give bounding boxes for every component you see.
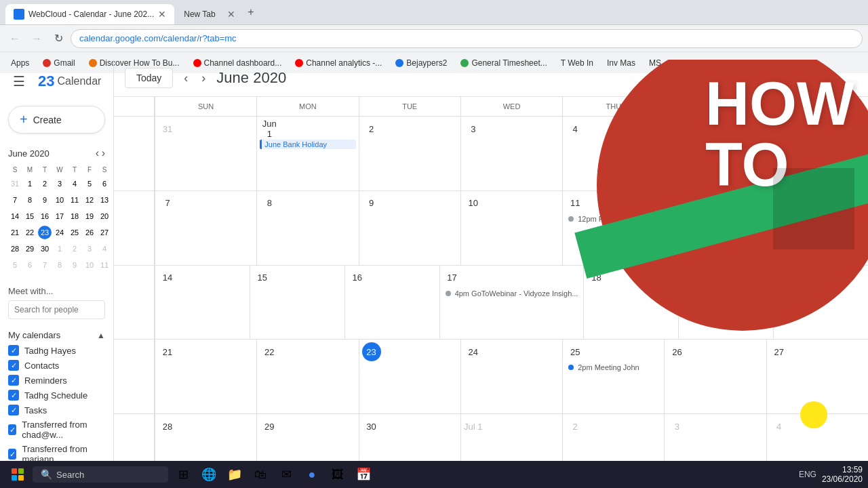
- tab-close-new[interactable]: ✕: [227, 9, 235, 20]
- reload-button[interactable]: ↻: [49, 29, 68, 48]
- mini-day[interactable]: 24: [53, 226, 66, 239]
- mini-day[interactable]: 29: [23, 242, 37, 256]
- day-cell-jun10[interactable]: 10: [460, 191, 562, 265]
- create-button[interactable]: + Create: [8, 106, 105, 134]
- day-cell-jun13[interactable]: 13: [766, 191, 868, 265]
- calendar-item-tasks[interactable]: ✓ Tasks: [8, 403, 105, 418]
- mini-day-today[interactable]: 23: [38, 226, 52, 239]
- day-cell-jun21[interactable]: 21: [155, 340, 256, 413]
- mini-day[interactable]: 3: [83, 242, 96, 256]
- my-calendars-toggle[interactable]: ▲: [97, 331, 105, 340]
- taskbar-mail[interactable]: ✉: [274, 462, 298, 487]
- taskbar-store[interactable]: 🛍: [248, 462, 273, 487]
- calendar-item-transferred-chad[interactable]: ✓ Transferred from chad@w...: [8, 418, 105, 442]
- forward-button[interactable]: →: [27, 29, 46, 48]
- mini-day[interactable]: 5: [83, 177, 96, 190]
- day-cell-jun12[interactable]: 12: [664, 191, 766, 265]
- mini-day[interactable]: 5: [8, 258, 22, 272]
- mini-day[interactable]: 21: [8, 226, 22, 239]
- mini-day[interactable]: 8: [53, 258, 66, 272]
- my-calendars-title[interactable]: My calendars: [8, 330, 60, 340]
- day-cell-jun2[interactable]: 2: [359, 117, 460, 190]
- mini-day[interactable]: 27: [98, 226, 111, 239]
- calendar-item-tadhg-hayes[interactable]: ✓ Tadhg Hayes: [8, 343, 105, 358]
- event-june-bank-holiday[interactable]: June Bank Holiday: [260, 140, 355, 149]
- prev-month-button[interactable]: ‹: [181, 68, 191, 88]
- day-cell-jun4[interactable]: 4: [562, 117, 664, 190]
- day-cell-jun5[interactable]: 5: [664, 117, 766, 190]
- day-cell-jun19[interactable]: 19: [678, 266, 773, 340]
- today-button[interactable]: Today: [125, 68, 173, 88]
- event-meeting-john[interactable]: 2pm Meeting John: [566, 363, 661, 372]
- new-tab-button[interactable]: +: [248, 6, 254, 18]
- day-cell-jun1[interactable]: Jun 1 June Bank Holiday: [256, 117, 358, 190]
- mini-day[interactable]: 9: [38, 193, 52, 207]
- day-cell-jun27[interactable]: 27: [766, 340, 868, 413]
- day-cell-jun6[interactable]: 6: [766, 117, 868, 190]
- mini-day[interactable]: 28: [8, 242, 22, 256]
- taskbar-chrome[interactable]: ●: [300, 462, 324, 487]
- back-button[interactable]: ←: [5, 29, 24, 48]
- mini-cal-prev[interactable]: ‹: [96, 147, 99, 159]
- mini-day[interactable]: 7: [38, 258, 52, 272]
- mini-day[interactable]: 1: [53, 242, 66, 256]
- mini-day[interactable]: 20: [98, 209, 111, 223]
- mini-day[interactable]: 2: [38, 177, 52, 190]
- next-month-button[interactable]: ›: [199, 68, 208, 88]
- event-review[interactable]: 12pm Review Di...: [566, 214, 661, 224]
- calendar-item-tadhg-schedule[interactable]: ✓ Tadhg Schedule: [8, 388, 105, 403]
- hamburger-button[interactable]: ☰: [5, 68, 33, 95]
- mini-day[interactable]: 22: [23, 226, 37, 239]
- mini-day[interactable]: 19: [83, 209, 96, 223]
- day-cell-jun20[interactable]: 20: [773, 266, 868, 340]
- mini-day[interactable]: 6: [98, 177, 111, 190]
- mini-day[interactable]: 17: [53, 209, 66, 223]
- address-bar[interactable]: calendar.google.com/calendar/r?tab=mc: [71, 29, 863, 48]
- mini-day[interactable]: 30: [38, 242, 52, 256]
- taskbar-task-view[interactable]: ⊞: [171, 462, 195, 487]
- mini-day[interactable]: 4: [68, 177, 81, 190]
- day-cell-jun17[interactable]: 17 4pm GoToWebinar - Vidyoze Insigh...: [439, 266, 584, 340]
- day-cell-jun18[interactable]: 18: [583, 266, 678, 340]
- day-cell-jun23[interactable]: 23: [359, 340, 460, 413]
- day-cell-may31[interactable]: 31: [155, 117, 256, 190]
- tab-new[interactable]: New Tab ✕: [176, 4, 243, 24]
- mini-day[interactable]: 2: [68, 242, 81, 256]
- day-cell-jun14[interactable]: 14: [155, 266, 250, 340]
- day-cell-jun15[interactable]: 15: [250, 266, 344, 340]
- day-cell-jun7[interactable]: 7: [155, 191, 256, 265]
- mini-day[interactable]: 13: [98, 193, 111, 207]
- taskbar-search-bar[interactable]: 🔍 Search: [33, 466, 168, 483]
- day-cell-jun11[interactable]: 11 12pm Review Di...: [562, 191, 664, 265]
- mini-day[interactable]: 15: [23, 209, 37, 223]
- calendar-item-contacts[interactable]: ✓ Contacts: [8, 358, 105, 373]
- mini-day[interactable]: 26: [83, 226, 96, 239]
- day-cell-jun3[interactable]: 3: [460, 117, 562, 190]
- day-cell-jun26[interactable]: 26: [664, 340, 766, 413]
- mini-day[interactable]: 6: [23, 258, 37, 272]
- day-cell-jun24[interactable]: 24: [460, 340, 562, 413]
- day-cell-jun8[interactable]: 8: [256, 191, 358, 265]
- mini-day[interactable]: 16: [38, 209, 52, 223]
- windows-start-button[interactable]: [5, 462, 30, 487]
- calendar-item-reminders[interactable]: ✓ Reminders: [8, 373, 105, 388]
- mini-day[interactable]: 7: [8, 193, 22, 207]
- mini-day[interactable]: 18: [68, 209, 81, 223]
- taskbar-calendar[interactable]: 📅: [351, 462, 376, 487]
- taskbar-edge[interactable]: 🌐: [197, 462, 221, 487]
- mini-day[interactable]: 10: [53, 193, 66, 207]
- mini-day[interactable]: 12: [83, 193, 96, 207]
- mini-day[interactable]: 3: [53, 177, 66, 190]
- mini-day[interactable]: 11: [68, 193, 81, 207]
- day-cell-jun25[interactable]: 25 2pm Meeting John: [562, 340, 664, 413]
- taskbar-explorer[interactable]: 📁: [222, 462, 247, 487]
- mini-day[interactable]: 1: [23, 177, 37, 190]
- event-gotowebinar[interactable]: 4pm GoToWebinar - Vidyoze Insigh...: [443, 289, 581, 298]
- mini-day[interactable]: 31: [8, 177, 22, 190]
- mini-day[interactable]: 9: [68, 258, 81, 272]
- tab-active[interactable]: WebCloud - Calendar - June 202... ✕: [5, 4, 174, 24]
- mini-day[interactable]: 14: [8, 209, 22, 223]
- search-for-people-input[interactable]: [8, 300, 105, 319]
- taskbar-photos[interactable]: 🖼: [326, 462, 350, 487]
- day-cell-jun22[interactable]: 22: [256, 340, 358, 413]
